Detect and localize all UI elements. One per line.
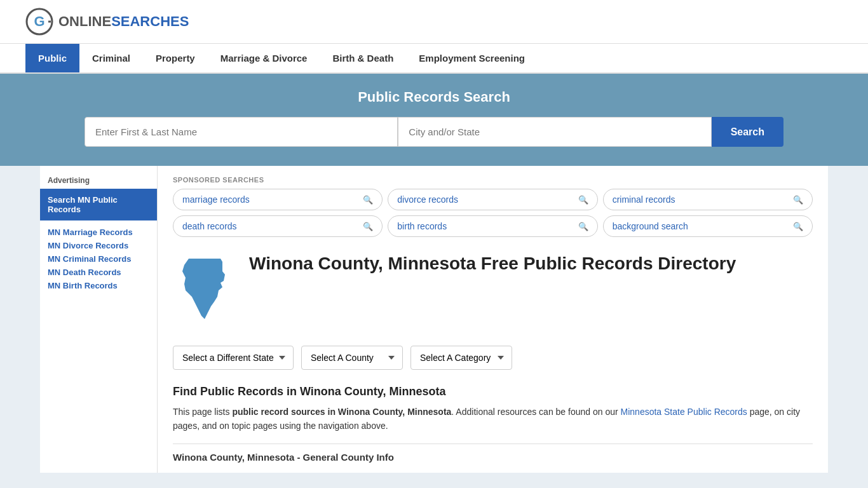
search-icon-0: 🔍 [363,195,373,205]
nav-birth-death[interactable]: Birth & Death [320,44,406,72]
nav-employment[interactable]: Employment Screening [406,44,538,72]
page-title: Winona County, Minnesota Free Public Rec… [249,252,736,275]
search-icon-1: 🔍 [578,195,588,205]
nav-marriage-divorce[interactable]: Marriage & Divorce [208,44,320,72]
pill-marriage[interactable]: marriage records 🔍 [173,189,383,210]
svg-text:G: G [34,13,44,29]
dropdown-row: Select a Different State Select A County… [173,346,813,370]
search-banner-title: Public Records Search [25,89,843,105]
pill-death[interactable]: death records 🔍 [173,215,383,237]
nav-public[interactable]: Public [25,44,79,72]
logo-icon: G [25,8,53,36]
search-icon-2: 🔍 [793,195,803,205]
minnesota-shape [173,252,236,329]
search-pills: marriage records 🔍 divorce records 🔍 cri… [173,189,813,237]
city-input[interactable] [398,117,711,147]
name-input[interactable] [85,117,398,147]
pill-birth[interactable]: birth records 🔍 [388,215,597,237]
sidebar-ad-label: Advertising [40,176,157,189]
sidebar-link-divorce[interactable]: MN Divorce Records [40,239,157,252]
site-header: G ONLINESEARCHES [0,0,868,44]
pill-divorce[interactable]: divorce records 🔍 [388,189,597,210]
sponsored-label: SPONSORED SEARCHES [173,176,813,184]
general-info-heading: Winona County, Minnesota - General Count… [173,444,813,463]
find-records-text: This page lists public record sources in… [173,405,813,433]
logo[interactable]: G ONLINESEARCHES [25,8,189,36]
sidebar: Advertising Search MN Public Records MN … [40,166,158,473]
search-icon-3: 🔍 [363,222,373,231]
page-content: SPONSORED SEARCHES marriage records 🔍 di… [158,166,828,473]
main-nav: Public Criminal Property Marriage & Divo… [0,44,868,74]
title-section: Winona County, Minnesota Free Public Rec… [173,252,813,330]
sidebar-link-death[interactable]: MN Death Records [40,266,157,279]
logo-text: ONLINESEARCHES [58,13,189,30]
search-icon-4: 🔍 [578,222,588,231]
sidebar-link-criminal[interactable]: MN Criminal Records [40,252,157,266]
find-records-title: Find Public Records in Winona County, Mi… [173,385,813,398]
nav-criminal[interactable]: Criminal [79,44,143,72]
pill-criminal[interactable]: criminal records 🔍 [603,189,813,210]
sidebar-link-marriage[interactable]: MN Marriage Records [40,226,157,239]
pill-background[interactable]: background search 🔍 [603,215,813,237]
main-content: Advertising Search MN Public Records MN … [40,166,828,473]
search-row: Search [85,117,783,147]
sidebar-link-birth[interactable]: MN Birth Records [40,279,157,292]
mn-records-link[interactable]: Minnesota State Public Records [621,407,747,417]
search-button[interactable]: Search [712,117,783,147]
nav-property[interactable]: Property [143,44,208,72]
sidebar-ad-box[interactable]: Search MN Public Records [40,189,157,220]
category-dropdown[interactable]: Select A Category [410,346,512,370]
county-dropdown[interactable]: Select A County [301,346,403,370]
search-banner: Public Records Search Search [0,74,868,166]
state-map [173,252,236,330]
search-icon-5: 🔍 [793,222,803,231]
state-dropdown[interactable]: Select a Different State [173,346,294,370]
